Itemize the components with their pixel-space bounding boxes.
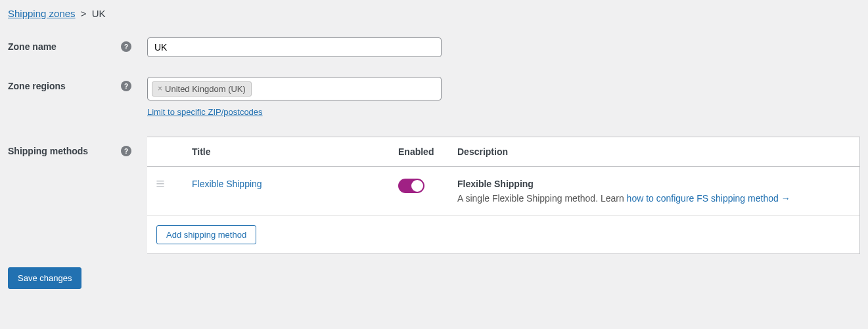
shipping-methods-table: Title Enabled Description Flexible Shipp… bbox=[147, 137, 860, 254]
add-shipping-method-button[interactable]: Add shipping method bbox=[156, 225, 256, 244]
drag-handle-icon[interactable] bbox=[147, 167, 173, 216]
method-title-link[interactable]: Flexible Shipping bbox=[192, 179, 262, 189]
limit-postcodes-link[interactable]: Limit to specific ZIP/postcodes bbox=[147, 107, 263, 117]
table-header-enabled: Enabled bbox=[390, 137, 449, 167]
table-row: Flexible Shipping Flexible Shipping A si… bbox=[147, 167, 859, 216]
shipping-methods-label: Shipping methods bbox=[8, 146, 121, 156]
help-icon[interactable]: ? bbox=[121, 81, 131, 91]
table-header-description: Description bbox=[449, 137, 859, 167]
zone-name-row: Zone name ? bbox=[8, 37, 860, 57]
help-icon[interactable]: ? bbox=[121, 146, 131, 156]
shipping-methods-row: Shipping methods ? Title Enabled Descrip… bbox=[8, 137, 860, 254]
zone-name-input[interactable] bbox=[147, 37, 442, 57]
svg-rect-2 bbox=[156, 186, 164, 186]
region-tag-label: United Kingdom (UK) bbox=[165, 84, 246, 94]
table-header-sort bbox=[147, 137, 173, 167]
toggle-knob bbox=[411, 180, 423, 192]
help-icon[interactable]: ? bbox=[121, 41, 131, 52]
zone-regions-label: Zone regions bbox=[8, 81, 121, 91]
breadcrumb-current: UK bbox=[92, 8, 106, 19]
zone-regions-input[interactable]: × United Kingdom (UK) bbox=[147, 77, 442, 100]
table-header-title: Title bbox=[173, 137, 390, 167]
region-tag: × United Kingdom (UK) bbox=[152, 81, 252, 97]
breadcrumb: Shipping zones > UK bbox=[8, 8, 860, 19]
zone-name-label: Zone name bbox=[8, 41, 121, 52]
breadcrumb-parent-link[interactable]: Shipping zones bbox=[8, 8, 76, 19]
method-desc-title: Flexible Shipping bbox=[457, 179, 852, 189]
svg-rect-0 bbox=[156, 181, 164, 181]
method-desc-link[interactable]: how to configure FS shipping method → bbox=[627, 193, 790, 204]
close-icon[interactable]: × bbox=[158, 84, 162, 93]
enabled-toggle[interactable] bbox=[398, 179, 424, 193]
zone-regions-row: Zone regions ? × United Kingdom (UK) Lim… bbox=[8, 77, 860, 117]
method-desc-text: A single Flexible Shipping method. Learn bbox=[457, 193, 627, 204]
save-changes-button[interactable]: Save changes bbox=[8, 267, 81, 289]
breadcrumb-separator: > bbox=[81, 8, 87, 19]
svg-rect-1 bbox=[156, 183, 164, 184]
